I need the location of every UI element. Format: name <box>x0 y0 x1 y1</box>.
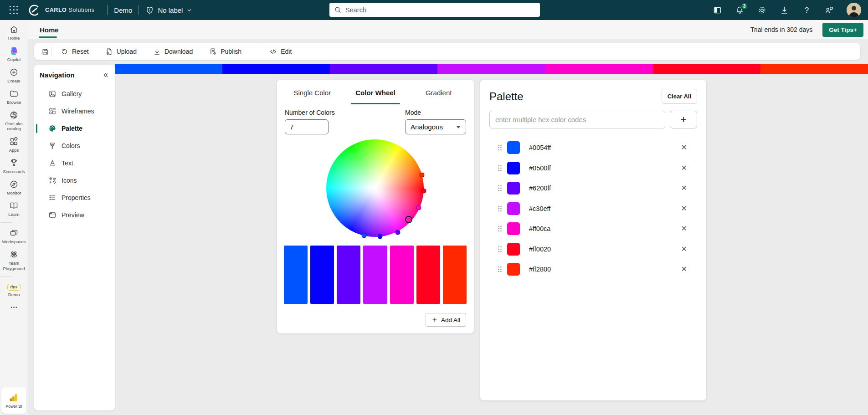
global-search[interactable] <box>329 3 540 17</box>
remove-color-icon[interactable]: ✕ <box>681 144 687 151</box>
remove-color-icon[interactable]: ✕ <box>681 266 687 273</box>
rail-item-onelake-catalog[interactable]: OneLake catalog <box>0 110 28 132</box>
generated-color-swatch[interactable] <box>416 246 440 304</box>
rail-item-browse[interactable]: Browse <box>0 89 28 105</box>
wheel-dot[interactable] <box>421 188 426 193</box>
generated-color-swatch[interactable] <box>443 246 467 304</box>
wheel-dot[interactable] <box>416 205 421 210</box>
wheel-dot[interactable] <box>361 233 366 238</box>
generated-color-swatch[interactable] <box>284 246 308 304</box>
drag-handle-icon[interactable] <box>498 225 503 232</box>
rail-item-home[interactable]: Home <box>0 25 28 41</box>
nav-item-icons[interactable]: Icons <box>34 172 115 189</box>
wheel-dot[interactable] <box>378 234 383 239</box>
waffle-menu-icon[interactable] <box>10 6 18 15</box>
drag-handle-icon[interactable] <box>498 164 503 172</box>
color-chip <box>507 141 520 154</box>
nav-item-wireframes[interactable]: Wireframes <box>34 102 115 120</box>
remove-color-icon[interactable]: ✕ <box>681 246 687 253</box>
collapse-panel-icon[interactable] <box>102 72 109 79</box>
search-input[interactable] <box>345 6 535 14</box>
topbar-divider <box>107 5 108 15</box>
nav-item-label: Palette <box>62 125 82 132</box>
tab-color-wheel[interactable]: Color Wheel <box>344 80 407 105</box>
rail-item-scorecards[interactable]: Scorecards <box>0 158 28 174</box>
save-button[interactable] <box>41 48 49 56</box>
download-app-icon[interactable] <box>780 5 789 15</box>
generated-color-swatch[interactable] <box>363 246 387 304</box>
add-all-button[interactable]: Add All <box>426 313 466 327</box>
rail-item-team-playground[interactable]: Team Playground <box>0 250 28 272</box>
palette-title: Palette <box>489 90 524 103</box>
drag-handle-icon[interactable] <box>498 184 503 192</box>
gradient-strip-segment <box>653 64 760 74</box>
plus-icon <box>431 317 438 323</box>
number-of-colors-input[interactable] <box>285 119 329 134</box>
help-icon[interactable]: ? <box>802 5 812 15</box>
download-button[interactable]: Download <box>153 48 193 56</box>
drag-handle-icon[interactable] <box>498 246 503 253</box>
rail-item-demo[interactable]: tipsDemo <box>0 282 28 297</box>
mode-dropdown[interactable]: Analogous <box>405 119 466 134</box>
page-tab-bar: Home Trial ends in 302 days Get Tips+ <box>28 20 868 39</box>
color-wheel[interactable] <box>326 139 424 237</box>
get-tips-button[interactable]: Get Tips+ <box>822 23 863 37</box>
drag-handle-icon[interactable] <box>498 205 503 212</box>
code-edit-icon <box>269 48 277 56</box>
rail-item-power-bi[interactable]: Power BI <box>1 387 26 414</box>
number-of-colors-label: Number of Colors <box>285 109 335 116</box>
rail-item-workspaces[interactable]: Workspaces <box>0 228 28 245</box>
gallery-icon <box>48 90 56 98</box>
user-avatar[interactable] <box>847 3 861 17</box>
remove-color-icon[interactable]: ✕ <box>681 164 687 172</box>
nav-item-colors[interactable]: Colors <box>34 137 115 154</box>
remove-color-icon[interactable]: ✕ <box>681 225 687 232</box>
remove-color-icon[interactable]: ✕ <box>681 184 687 192</box>
rail-item-more[interactable] <box>0 302 28 313</box>
wheel-dot-primary[interactable] <box>405 216 412 223</box>
brand-logo[interactable]: CARLO Solutions <box>28 4 94 17</box>
rail-item-learn[interactable]: Learn <box>0 201 28 217</box>
nav-item-gallery[interactable]: Gallery <box>34 85 115 102</box>
feedback-icon[interactable] <box>824 5 834 15</box>
generated-color-swatch[interactable] <box>337 246 360 304</box>
tab-home[interactable]: Home <box>39 20 60 39</box>
add-color-button[interactable]: + <box>670 111 697 128</box>
side-panel-toggle-icon[interactable] <box>713 5 722 15</box>
edit-button[interactable]: Edit <box>269 48 292 56</box>
sensitivity-label-button[interactable]: No label <box>145 6 192 15</box>
nav-item-palette[interactable]: Palette <box>34 120 115 137</box>
tab-gradient[interactable]: Gradient <box>407 80 470 105</box>
remove-color-icon[interactable]: ✕ <box>681 205 687 212</box>
rail-item-copilot[interactable]: Copilot <box>0 46 28 62</box>
tab-single-color[interactable]: Single Color <box>281 80 344 105</box>
hex-code-text: #ff0020 <box>529 246 551 253</box>
color-mode-tabs: Single Color Color Wheel Gradient <box>277 80 474 105</box>
rail-item-create[interactable]: Create <box>0 67 28 84</box>
notifications-bell-icon[interactable]: 3 <box>735 5 745 15</box>
rail-item-label: Create <box>7 78 21 84</box>
upload-button[interactable]: Upload <box>105 48 137 56</box>
settings-gear-icon[interactable] <box>757 5 767 15</box>
generated-color-swatch[interactable] <box>390 246 414 304</box>
hex-codes-input[interactable] <box>489 111 665 128</box>
nav-item-preview[interactable]: Preview <box>34 206 115 224</box>
preview-icon <box>48 211 56 219</box>
rail-item-monitor[interactable]: Monitor <box>0 179 28 196</box>
rail-item-label: Scorecards <box>3 169 25 174</box>
drag-handle-icon[interactable] <box>498 266 503 273</box>
generated-color-swatch[interactable] <box>310 246 334 304</box>
reset-button[interactable]: Reset <box>61 48 89 56</box>
clear-all-button[interactable]: Clear All <box>662 89 697 104</box>
icons-icon <box>48 176 56 184</box>
drag-handle-icon[interactable] <box>498 144 503 151</box>
wheel-dot[interactable] <box>395 230 400 235</box>
workspace-name[interactable]: Demo <box>114 6 132 14</box>
nav-item-properties[interactable]: Properties <box>34 189 115 206</box>
download-icon <box>153 48 161 56</box>
nav-item-label: Wireframes <box>62 108 94 115</box>
publish-button[interactable]: Publish <box>209 48 241 56</box>
nav-item-text[interactable]: Text <box>34 154 115 172</box>
wheel-dot[interactable] <box>419 172 424 177</box>
rail-item-apps[interactable]: Apps <box>0 137 28 153</box>
